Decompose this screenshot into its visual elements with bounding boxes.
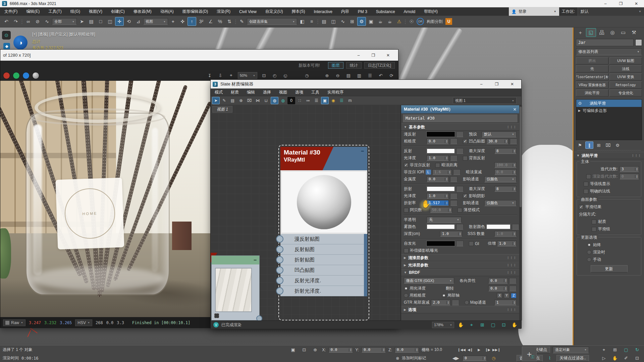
zoom-region-icon[interactable]: ⊞ [478,321,486,328]
update-button[interactable]: 更新 [591,265,628,273]
material-node[interactable]: Material #30 VRayMtl − 漫反射贴图 反射贴图 折射贴图 凹… [278,145,369,320]
fresnel-ior-spinner[interactable]: 1.6 [432,169,452,175]
remove-layer-icon[interactable]: ⊖ [334,71,342,79]
spinner-snap-icon[interactable]: ⇅ [225,17,234,26]
selection-filter-dropdown[interactable]: 全部▼ [52,18,77,25]
me-menu-modes[interactable]: 模式 [211,88,227,96]
menu-help[interactable]: 帮助(H) [420,7,442,16]
propagate-materials-icon[interactable]: m [346,97,354,104]
select-and-scale-icon[interactable]: ⊿ [134,17,143,26]
menu-interactive[interactable]: Interactive [309,7,336,16]
zoom-icon[interactable]: ⌖ [468,321,476,328]
slot-socket[interactable] [276,246,283,253]
menu-tools[interactable]: 工具(T) [44,7,66,16]
next-frame-icon[interactable]: ❙▶ [484,347,492,353]
undo-icon[interactable]: ↶ [2,17,11,26]
slot-reflect-map[interactable]: 反射贴图 [280,244,367,255]
zoom-icon[interactable]: ⌖ [600,346,608,353]
set-keys-big-button[interactable]: ＋⚿ [522,347,537,361]
smoothed-jar-object[interactable] [518,145,580,345]
use-glossiness-radio[interactable] [404,286,408,291]
menu-arnold[interactable]: Arnold [399,7,420,16]
tab-layers[interactable]: 图层 [328,62,343,69]
update-notice[interactable]: 新版本可用! [299,63,320,68]
glossiness-spinner[interactable]: 1.0 [427,155,449,161]
ior-map-button[interactable] [450,200,458,206]
expand-arrow-icon[interactable]: ▶ [578,109,581,112]
rollout-sheen-params[interactable]: ▶光泽层参数⋮⋮⋮ [401,261,519,269]
frame-step-icon[interactable]: ◀▶ [451,355,460,362]
fresnel-lock-button[interactable]: L [426,170,431,175]
show-end-result-icon[interactable]: ∥ [585,141,593,149]
align-icon[interactable]: ≡ [307,17,316,26]
keyboard-shortcut-override-icon[interactable]: ↑ [187,17,196,26]
render-iterative-icon[interactable]: ☕ [385,17,394,26]
pan-hand-icon[interactable]: ✋ [457,321,465,328]
rendered-frame-window-icon[interactable]: ▣ [367,17,375,26]
me-menu-edit[interactable]: 编辑 [243,88,259,96]
rect-selection-region-icon[interactable]: □ [96,17,105,26]
rollout-turbosmooth[interactable]: ▼涡轮平滑⋮⋮⋮ [574,152,644,159]
put-to-library-icon[interactable]: ▤ [229,97,236,104]
iterations-spinner[interactable]: 3 [620,166,639,172]
render-region-icon[interactable]: ⌖ [227,71,235,79]
me-maximize-button[interactable]: ❐ [489,80,504,88]
max-depth2-spinner[interactable]: 8 [494,186,517,192]
me-menu-select[interactable]: 选择 [259,88,275,96]
add-time-tag[interactable]: 添加时间标记 [402,355,426,361]
render-iters-spinner[interactable]: 0 [620,174,639,179]
uvw-xform-button[interactable]: UVW 变换 [609,73,642,80]
camera-exposure-checkbox[interactable] [404,248,409,253]
blue-channel-toggle[interactable] [22,72,30,79]
uvw-map-button[interactable]: UVW 贴图 [609,57,642,64]
select-and-move-icon[interactable]: ✛ [115,17,124,26]
close-button[interactable]: ✕ [629,0,644,7]
y-coordinate-field[interactable]: 0.0 [362,347,386,353]
reflect-map-button[interactable] [456,148,464,154]
prooptimizer-button[interactable]: 专业优化 [609,89,642,97]
menu-animation[interactable]: 动画(A) [156,7,178,16]
zoom-region-icon[interactable]: ⊞ [611,346,619,353]
refract-map-button[interactable] [456,186,464,192]
material-name-field[interactable]: Material #30 [402,114,518,123]
by-smoothing-checkbox[interactable] [592,227,596,232]
render-production-icon[interactable]: ☕ [376,17,385,26]
gi-checkbox[interactable] [469,241,474,246]
compare-a-icon[interactable]: ▤ [344,71,353,79]
floorgenerator-button[interactable]: FloorGenerator[材 [576,73,608,80]
eye-overlay-icon[interactable]: ⊙ [2,31,11,40]
texture-node-header[interactable]: − [212,256,259,264]
use-roughness-radio[interactable] [404,293,408,298]
translucency-dropdown[interactable]: 无▼ [427,217,462,223]
green-channel-toggle[interactable] [13,72,20,79]
tab-modify-icon[interactable]: ◱ [586,28,596,37]
history-icon[interactable]: ⟳ [387,71,395,79]
fov-icon[interactable]: ▷ [600,355,608,362]
time-config-icon[interactable]: ◷ [489,355,498,362]
save-channels-icon[interactable]: ⇩ [216,71,224,79]
reflect-color-swatch[interactable] [427,148,455,154]
stack-editable-poly-row[interactable]: ▶ 可编辑多边形 [576,107,642,114]
alpha-channel-toggle[interactable] [32,72,39,79]
workspace-dropdown[interactable]: 默认 ▼ [578,7,644,16]
dim-distance-spinner[interactable]: 100.0 [494,162,517,168]
turbosmooth-button[interactable]: 涡轮平滑 [576,89,608,97]
pin-stack-icon[interactable]: ⚑ [576,141,584,149]
tab-display-icon[interactable]: ▭ [618,28,628,37]
preset-dropdown[interactable]: 默认▼ [482,131,517,137]
window-crossing-icon[interactable]: ◫ [106,17,114,26]
transform-type-in-icon[interactable]: ⊕ [311,346,319,353]
show-map-in-viewport-icon[interactable]: ◍ [271,97,278,104]
headphones-icon[interactable]: ☉ [407,17,416,26]
roughness-spinner[interactable]: 0.0 [427,138,449,144]
make-unique-icon[interactable]: ⊞ [595,141,603,149]
axis-y-button[interactable]: Y [504,293,509,298]
configure-modifier-sets-icon[interactable]: ⚙ [613,141,622,149]
tab-hierarchy-icon[interactable]: 品 [597,28,607,37]
key-mode-dropdown[interactable]: 选定对象▼ [553,347,589,353]
remove-modifier-icon[interactable]: ⌧ [604,141,612,149]
gtr-map-button[interactable] [452,300,459,305]
undo-color-icon[interactable]: ↶ [377,71,385,79]
roughness-map-button[interactable] [450,138,458,144]
affect-channels-dropdown[interactable]: 仅颜色▼ [484,176,517,182]
